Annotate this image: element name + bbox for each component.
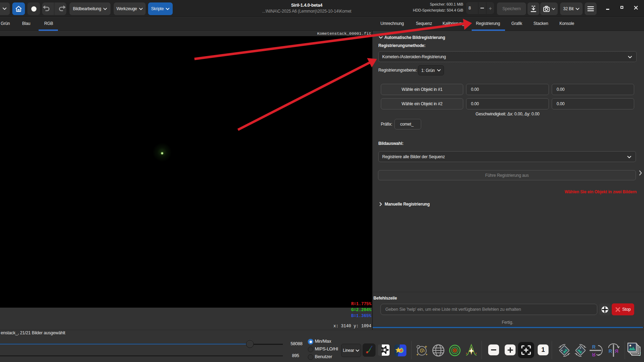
svg-text:R: R: [592, 352, 596, 357]
svg-text:R: R: [609, 348, 612, 354]
svg-text:R: R: [615, 348, 618, 354]
svg-text:R: R: [592, 344, 596, 350]
